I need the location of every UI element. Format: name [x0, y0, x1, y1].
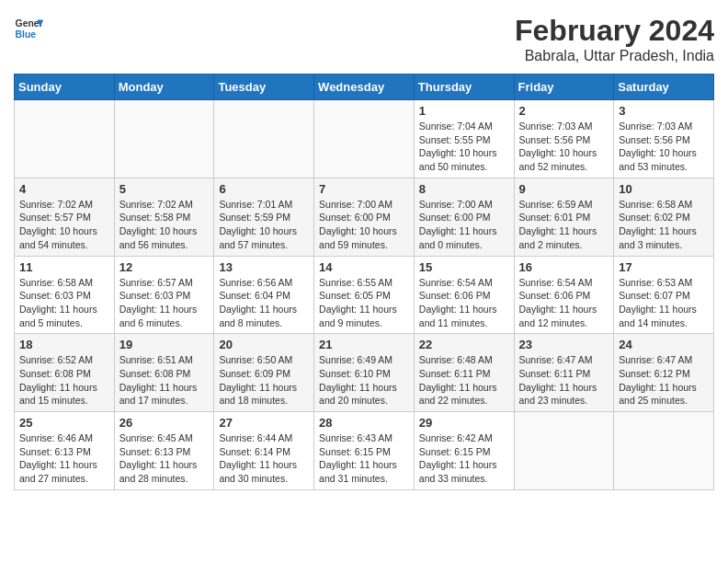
day-cell: 3Sunrise: 7:03 AMSunset: 5:56 PMDaylight…: [614, 100, 714, 178]
week-row-1: 1Sunrise: 7:04 AMSunset: 5:55 PMDaylight…: [15, 100, 714, 178]
day-number: 27: [219, 416, 309, 430]
day-cell: 9Sunrise: 6:59 AMSunset: 6:01 PMDaylight…: [514, 178, 614, 256]
week-row-5: 25Sunrise: 6:46 AMSunset: 6:13 PMDayligh…: [15, 412, 714, 490]
page-header: General Blue February 2024 Babrala, Utta…: [14, 14, 714, 64]
day-cell: [314, 100, 415, 178]
day-number: 19: [119, 338, 210, 351]
day-number: 18: [19, 338, 109, 351]
day-info: Sunrise: 7:00 AMSunset: 6:00 PMDaylight:…: [419, 198, 509, 252]
weekday-header-row: SundayMondayTuesdayWednesdayThursdayFrid…: [15, 75, 714, 100]
weekday-header-saturday: Saturday: [614, 75, 714, 100]
week-row-3: 11Sunrise: 6:58 AMSunset: 6:03 PMDayligh…: [15, 256, 714, 334]
day-info: Sunrise: 6:54 AMSunset: 6:06 PMDaylight:…: [519, 276, 609, 330]
day-cell: 14Sunrise: 6:55 AMSunset: 6:05 PMDayligh…: [314, 256, 415, 334]
weekday-header-wednesday: Wednesday: [314, 75, 415, 100]
day-cell: 28Sunrise: 6:43 AMSunset: 6:15 PMDayligh…: [314, 412, 415, 490]
day-number: 29: [419, 416, 509, 430]
day-info: Sunrise: 6:44 AMSunset: 6:14 PMDaylight:…: [219, 431, 309, 486]
day-info: Sunrise: 7:02 AMSunset: 5:57 PMDaylight:…: [19, 198, 109, 252]
day-info: Sunrise: 6:43 AMSunset: 6:15 PMDaylight:…: [319, 431, 409, 486]
day-number: 6: [219, 182, 309, 196]
logo: General Blue: [14, 14, 43, 43]
day-number: 4: [19, 182, 109, 196]
logo-icon: General Blue: [14, 14, 43, 43]
day-number: 22: [419, 338, 509, 351]
day-cell: 10Sunrise: 6:58 AMSunset: 6:02 PMDayligh…: [614, 178, 714, 256]
day-number: 3: [619, 104, 709, 118]
day-info: Sunrise: 7:00 AMSunset: 6:00 PMDaylight:…: [319, 198, 409, 252]
day-number: 15: [419, 260, 509, 274]
day-cell: 12Sunrise: 6:57 AMSunset: 6:03 PMDayligh…: [114, 256, 214, 334]
day-info: Sunrise: 6:42 AMSunset: 6:15 PMDaylight:…: [419, 431, 509, 486]
day-number: 2: [519, 104, 609, 118]
day-info: Sunrise: 6:53 AMSunset: 6:07 PMDaylight:…: [619, 276, 709, 330]
day-info: Sunrise: 6:59 AMSunset: 6:01 PMDaylight:…: [519, 198, 609, 252]
day-cell: 15Sunrise: 6:54 AMSunset: 6:06 PMDayligh…: [414, 256, 514, 334]
day-info: Sunrise: 6:54 AMSunset: 6:06 PMDaylight:…: [419, 276, 509, 330]
day-number: 25: [19, 416, 109, 430]
day-cell: [15, 100, 115, 178]
day-info: Sunrise: 6:51 AMSunset: 6:08 PMDaylight:…: [119, 353, 210, 408]
day-number: 16: [519, 260, 609, 274]
location: Babrala, Uttar Pradesh, India: [515, 48, 714, 64]
day-number: 8: [419, 182, 509, 196]
day-cell: 18Sunrise: 6:52 AMSunset: 6:08 PMDayligh…: [15, 334, 115, 412]
day-cell: 24Sunrise: 6:47 AMSunset: 6:12 PMDayligh…: [614, 334, 714, 412]
day-number: 11: [19, 260, 109, 274]
day-cell: 27Sunrise: 6:44 AMSunset: 6:14 PMDayligh…: [214, 412, 314, 490]
day-number: 12: [119, 260, 210, 274]
day-number: 7: [319, 182, 409, 196]
day-cell: 6Sunrise: 7:01 AMSunset: 5:59 PMDaylight…: [214, 178, 314, 256]
day-cell: 5Sunrise: 7:02 AMSunset: 5:58 PMDaylight…: [114, 178, 214, 256]
day-number: 5: [119, 182, 210, 196]
day-info: Sunrise: 7:02 AMSunset: 5:58 PMDaylight:…: [119, 198, 210, 252]
title-block: February 2024 Babrala, Uttar Pradesh, In…: [515, 14, 714, 64]
day-number: 20: [219, 338, 309, 351]
day-info: Sunrise: 7:03 AMSunset: 5:56 PMDaylight:…: [519, 120, 609, 174]
day-cell: [514, 412, 614, 490]
day-number: 23: [519, 338, 609, 351]
day-cell: 17Sunrise: 6:53 AMSunset: 6:07 PMDayligh…: [614, 256, 714, 334]
day-number: 26: [119, 416, 210, 430]
day-cell: 29Sunrise: 6:42 AMSunset: 6:15 PMDayligh…: [414, 412, 514, 490]
weekday-header-monday: Monday: [114, 75, 214, 100]
day-info: Sunrise: 7:01 AMSunset: 5:59 PMDaylight:…: [219, 198, 309, 252]
day-info: Sunrise: 6:50 AMSunset: 6:09 PMDaylight:…: [219, 353, 309, 408]
week-row-4: 18Sunrise: 6:52 AMSunset: 6:08 PMDayligh…: [15, 334, 714, 412]
day-cell: 11Sunrise: 6:58 AMSunset: 6:03 PMDayligh…: [15, 256, 115, 334]
day-cell: 19Sunrise: 6:51 AMSunset: 6:08 PMDayligh…: [114, 334, 214, 412]
day-info: Sunrise: 6:57 AMSunset: 6:03 PMDaylight:…: [119, 276, 210, 330]
day-number: 9: [519, 182, 609, 196]
day-cell: 21Sunrise: 6:49 AMSunset: 6:10 PMDayligh…: [314, 334, 415, 412]
weekday-header-friday: Friday: [514, 75, 614, 100]
day-info: Sunrise: 6:55 AMSunset: 6:05 PMDaylight:…: [319, 276, 409, 330]
day-number: 21: [319, 338, 409, 351]
day-cell: [114, 100, 214, 178]
weekday-header-sunday: Sunday: [15, 75, 115, 100]
day-cell: 26Sunrise: 6:45 AMSunset: 6:13 PMDayligh…: [114, 412, 214, 490]
day-number: 17: [619, 260, 709, 274]
day-cell: 2Sunrise: 7:03 AMSunset: 5:56 PMDaylight…: [514, 100, 614, 178]
svg-text:Blue: Blue: [16, 29, 37, 40]
calendar-table: SundayMondayTuesdayWednesdayThursdayFrid…: [14, 74, 714, 490]
month-year: February 2024: [515, 14, 714, 48]
day-cell: 7Sunrise: 7:00 AMSunset: 6:00 PMDaylight…: [314, 178, 415, 256]
day-cell: 4Sunrise: 7:02 AMSunset: 5:57 PMDaylight…: [15, 178, 115, 256]
day-cell: 22Sunrise: 6:48 AMSunset: 6:11 PMDayligh…: [414, 334, 514, 412]
day-info: Sunrise: 6:48 AMSunset: 6:11 PMDaylight:…: [419, 353, 509, 408]
day-cell: 1Sunrise: 7:04 AMSunset: 5:55 PMDaylight…: [414, 100, 514, 178]
day-number: 13: [219, 260, 309, 274]
day-info: Sunrise: 6:47 AMSunset: 6:12 PMDaylight:…: [619, 353, 709, 408]
day-info: Sunrise: 6:46 AMSunset: 6:13 PMDaylight:…: [19, 431, 109, 486]
day-cell: 16Sunrise: 6:54 AMSunset: 6:06 PMDayligh…: [514, 256, 614, 334]
week-row-2: 4Sunrise: 7:02 AMSunset: 5:57 PMDaylight…: [15, 178, 714, 256]
day-number: 24: [619, 338, 709, 351]
day-cell: [214, 100, 314, 178]
day-info: Sunrise: 6:49 AMSunset: 6:10 PMDaylight:…: [319, 353, 409, 408]
day-number: 28: [319, 416, 409, 430]
day-info: Sunrise: 6:45 AMSunset: 6:13 PMDaylight:…: [119, 431, 210, 486]
day-cell: 20Sunrise: 6:50 AMSunset: 6:09 PMDayligh…: [214, 334, 314, 412]
day-info: Sunrise: 7:03 AMSunset: 5:56 PMDaylight:…: [619, 120, 709, 174]
day-cell: 25Sunrise: 6:46 AMSunset: 6:13 PMDayligh…: [15, 412, 115, 490]
day-number: 1: [419, 104, 509, 118]
